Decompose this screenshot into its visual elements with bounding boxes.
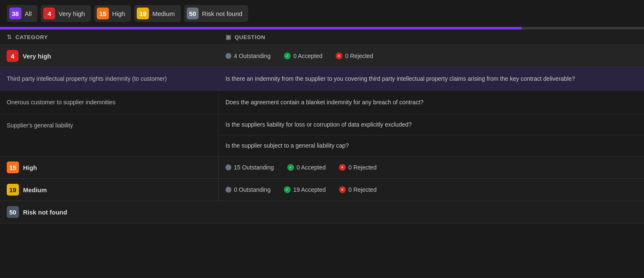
table-row[interactable]: Onerous customer to supplier indemnities… (0, 91, 644, 114)
category-cell-ip: Third party intellectual property rights… (0, 67, 219, 90)
filter-high-button[interactable]: 15 High (94, 5, 131, 22)
very-high-badge: 4 (7, 50, 19, 62)
onerous-question-text: Does the agreement contain a blanket ind… (225, 98, 424, 107)
very-high-rejected-stat: ✕ 0 Rejected (336, 53, 373, 59)
medium-rejected-stat: ✕ 0 Rejected (339, 186, 376, 193)
high-section-left: 15 High (0, 156, 219, 178)
high-label: High (112, 10, 125, 17)
medium-outstanding-dot-icon (225, 187, 231, 193)
high-badge: 15 (7, 162, 19, 173)
question-cell-ip: Is there an indemnity from the supplier … (219, 67, 644, 90)
question-cell-onerous: Does the agreement contain a blanket ind… (219, 91, 644, 114)
outstanding-dot-icon (225, 53, 231, 59)
very-high-name: Very high (23, 53, 51, 60)
liability-cap-question-text: Is the supplier subject to a general lia… (225, 142, 349, 149)
question-col-general-liability: Is the suppliers liability for loss or c… (219, 114, 644, 156)
all-count-badge: 38 (9, 8, 21, 19)
medium-rejected-label: 0 Rejected (348, 186, 376, 193)
very-high-stats: 4 Outstanding ✓ 0 Accepted ✕ 0 Rejected (225, 53, 637, 59)
high-outstanding-label: 15 Outstanding (234, 164, 274, 171)
onerous-category-text: Onerous customer to supplier indemnities (7, 98, 115, 107)
very-high-accepted-label: 0 Accepted (293, 53, 322, 59)
medium-rejected-x-icon: ✕ (339, 186, 346, 193)
filter-risk-not-found-button[interactable]: 50 Risk not found (184, 5, 249, 22)
high-category-row[interactable]: 15 High 15 Outstanding ✓ 0 Accepted ✕ 0 … (0, 156, 644, 179)
high-accepted-label: 0 Accepted (297, 164, 326, 171)
medium-badge: 19 (7, 184, 19, 196)
high-accepted-check-icon: ✓ (287, 164, 294, 171)
high-name: High (23, 164, 37, 171)
very-high-rejected-label: 0 Rejected (345, 53, 373, 59)
question-column-header: ▣ Question (225, 34, 637, 40)
very-high-outstanding-label: 4 Outstanding (234, 53, 270, 59)
risk-count-badge: 50 (187, 8, 199, 19)
very-high-label: Very high (58, 10, 85, 17)
medium-name: Medium (23, 186, 47, 193)
high-rejected-label: 0 Rejected (348, 164, 376, 171)
high-rejected-stat: ✕ 0 Rejected (339, 164, 376, 171)
high-rejected-x-icon: ✕ (339, 164, 346, 171)
medium-count-badge: 19 (137, 8, 149, 19)
general-liability-category-text: Supplier's general liability (7, 121, 73, 130)
filter-very-high-button[interactable]: 4 Very high (41, 5, 91, 22)
accepted-check-icon: ✓ (284, 53, 291, 59)
table-row[interactable]: Supplier's general liability Is the supp… (0, 114, 644, 156)
medium-outstanding-stat: 0 Outstanding (225, 186, 270, 193)
very-high-count-badge: 4 (43, 8, 55, 19)
medium-section-left: 19 Medium (0, 179, 219, 201)
high-stats: 15 Outstanding ✓ 0 Accepted ✕ 0 Rejected (219, 156, 644, 178)
very-high-outstanding-stat: 4 Outstanding (225, 53, 270, 59)
risk-label: Risk not found (202, 10, 242, 17)
risk-not-found-section-left: 50 Risk not found (0, 201, 219, 223)
filter-medium-button[interactable]: 19 Medium (134, 5, 180, 22)
risk-not-found-category-row[interactable]: 50 Risk not found (0, 201, 644, 223)
all-label: All (25, 10, 32, 17)
table-row[interactable]: Third party intellectual property rights… (0, 67, 644, 91)
rejected-x-icon: ✕ (336, 53, 342, 59)
question-item-data-corruption: Is the suppliers liability for loss or c… (219, 114, 644, 135)
ip-category-text: Third party intellectual property rights… (7, 74, 167, 83)
medium-accepted-stat: ✓ 19 Accepted (284, 186, 326, 193)
ip-question-text: Is there an indemnity from the supplier … (225, 74, 575, 83)
high-outstanding-dot-icon (225, 164, 231, 170)
risk-not-found-name: Risk not found (23, 209, 67, 216)
very-high-accepted-stat: ✓ 0 Accepted (284, 53, 322, 59)
high-accepted-stat: ✓ 0 Accepted (287, 164, 326, 171)
category-cell-onerous: Onerous customer to supplier indemnities (0, 91, 219, 114)
question-item-liability-cap: Is the supplier subject to a general lia… (219, 135, 644, 156)
question-icon: ▣ (225, 34, 231, 40)
question-header-label: Question (235, 34, 265, 40)
category-cell-general-liability: Supplier's general liability (0, 114, 219, 156)
medium-accepted-check-icon: ✓ (284, 186, 291, 193)
filter-bar: 38 All 4 Very high 15 High 19 Medium 50 … (0, 0, 644, 27)
very-high-category-row[interactable]: 4 Very high 4 Outstanding ✓ 0 Accepted ✕… (0, 45, 644, 67)
filter-all-button[interactable]: 38 All (7, 5, 37, 22)
category-column-header: ⇅ Category (7, 34, 225, 40)
medium-accepted-label: 19 Accepted (293, 186, 326, 193)
category-sort-icon[interactable]: ⇅ (7, 34, 12, 40)
medium-category-row[interactable]: 19 Medium 0 Outstanding ✓ 19 Accepted ✕ … (0, 179, 644, 201)
table-header: ⇅ Category ▣ Question (0, 29, 644, 45)
data-corruption-question-text: Is the suppliers liability for loss or c… (225, 121, 412, 128)
medium-stats: 0 Outstanding ✓ 19 Accepted ✕ 0 Rejected (219, 179, 644, 201)
high-outstanding-stat: 15 Outstanding (225, 164, 274, 171)
very-high-category-left: 4 Very high (7, 50, 225, 62)
risk-badge: 50 (7, 206, 19, 218)
high-count-badge: 15 (97, 8, 109, 19)
medium-outstanding-label: 0 Outstanding (234, 186, 270, 193)
risk-not-found-stats (219, 201, 644, 223)
medium-label: Medium (152, 10, 175, 17)
category-header-label: Category (16, 34, 48, 40)
